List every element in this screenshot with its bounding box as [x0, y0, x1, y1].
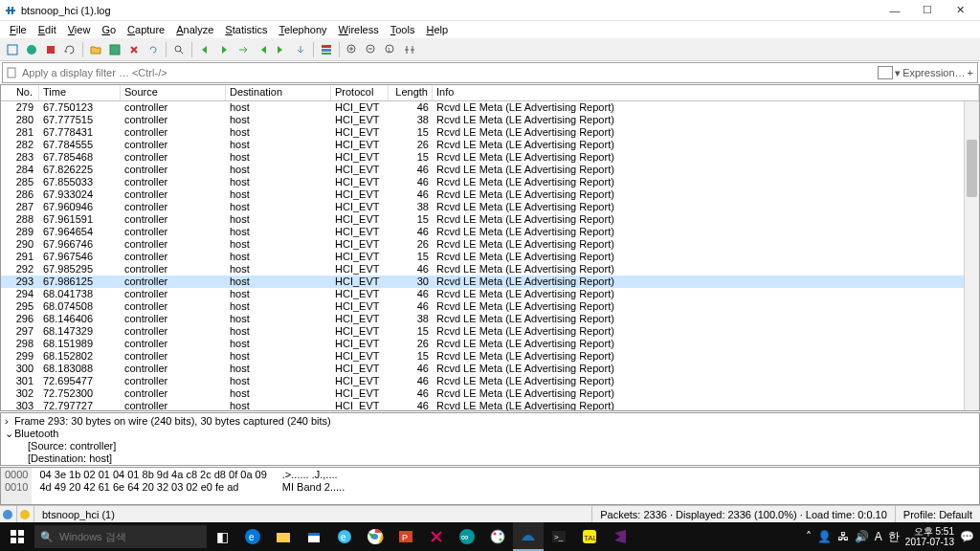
packet-row[interactable]: 29868.151989controllerhostHCI_EVT26Rcvd … [1, 338, 979, 350]
tray-clock[interactable]: 오후 5:51 2017-07-13 [905, 526, 954, 547]
tray-network-icon[interactable]: 🖧 [837, 530, 849, 543]
menu-help[interactable]: Help [420, 23, 454, 36]
packet-row[interactable]: 29167.967546controllerhostHCI_EVT15Rcvd … [1, 251, 979, 263]
toolbar-button[interactable] [23, 41, 40, 58]
filter-bookmark-icon[interactable] [3, 67, 20, 78]
tray-people-icon[interactable]: 👤 [817, 530, 832, 543]
toolbar-button[interactable] [42, 41, 59, 58]
packet-list-header[interactable]: No. Time Source Destination Protocol Len… [1, 85, 979, 101]
packet-row[interactable]: 30272.752300controllerhostHCI_EVT46Rcvd … [1, 387, 979, 400]
menu-file[interactable]: File [4, 23, 33, 36]
packet-row[interactable]: 29768.147329controllerhostHCI_EVT15Rcvd … [1, 325, 979, 338]
hex-bytes[interactable]: 04 3e 1b 02 01 04 01 8b 9d 4a c8 2c d8 0… [32, 468, 274, 504]
packet-row[interactable]: 29968.152802controllerhostHCI_EVT15Rcvd … [1, 350, 979, 363]
column-header-destination[interactable]: Destination [226, 85, 331, 100]
packet-row[interactable]: 29568.074508controllerhostHCI_EVT46Rcvd … [1, 300, 979, 313]
packet-row[interactable]: 28767.960946controllerhostHCI_EVT38Rcvd … [1, 201, 979, 213]
colorize-button[interactable] [318, 41, 335, 58]
toolbar-button[interactable] [4, 41, 21, 58]
taskbar-app-vs[interactable] [605, 522, 635, 551]
filter-apply-button[interactable] [878, 66, 893, 79]
menu-statistics[interactable]: Statistics [219, 23, 273, 36]
action-center-icon[interactable]: 💬 [960, 530, 974, 543]
taskbar-app-terminal[interactable]: >_ [544, 522, 574, 551]
filter-dropdown-icon[interactable]: ▾ [895, 67, 901, 79]
auto-scroll-button[interactable] [292, 41, 309, 58]
detail-source[interactable]: [Source: controller] [28, 440, 116, 452]
task-view-button[interactable]: ◧ [207, 522, 237, 551]
taskbar-app-paint[interactable] [482, 522, 513, 551]
packet-row[interactable]: 29267.985295controllerhostHCI_EVT46Rcvd … [1, 263, 979, 276]
taskbar-search[interactable]: 🔍 [34, 525, 207, 548]
frame-summary[interactable]: Frame 293: 30 bytes on wire (240 bits), … [14, 415, 331, 427]
scrollbar-vertical[interactable] [964, 101, 979, 410]
taskbar-app-store[interactable] [299, 522, 329, 551]
zoom-in-button[interactable] [344, 41, 361, 58]
packet-row[interactable]: 29367.986125controllerhostHCI_EVT30Rcvd … [1, 276, 979, 288]
menu-analyze[interactable]: Analyze [170, 23, 219, 36]
taskbar-app-explorer[interactable] [268, 522, 299, 551]
packet-row[interactable]: 28167.778431controllerhostHCI_EVT15Rcvd … [1, 126, 979, 139]
taskbar-app-chrome[interactable] [360, 522, 390, 551]
tray-ime-icon[interactable]: A [875, 530, 882, 543]
status-expert-icon[interactable] [17, 506, 34, 522]
zoom-reset-button[interactable]: 1 [382, 41, 399, 58]
column-header-length[interactable]: Length [389, 85, 433, 100]
scrollbar-thumb[interactable] [967, 140, 977, 197]
packet-row[interactable]: 30068.183088controllerhostHCI_EVT46Rcvd … [1, 363, 979, 375]
menu-wireless[interactable]: Wireless [333, 23, 385, 36]
column-header-info[interactable]: Info [433, 85, 979, 100]
maximize-button[interactable]: ☐ [911, 1, 944, 20]
taskbar-app-kakaotalk[interactable]: TALK [574, 522, 605, 551]
status-file[interactable]: btsnoop_hci (1) [34, 506, 592, 522]
taskbar-app-edge[interactable]: e [237, 522, 268, 551]
menu-view[interactable]: View [62, 23, 97, 36]
packet-details-pane[interactable]: ›Frame 293: 30 bytes on wire (240 bits),… [0, 412, 980, 466]
packet-row[interactable]: 28867.961591controllerhostHCI_EVT15Rcvd … [1, 213, 979, 226]
packet-row[interactable]: 28367.785468controllerhostHCI_EVT15Rcvd … [1, 151, 979, 164]
menu-tools[interactable]: Tools [385, 23, 421, 36]
taskbar-app-arduino[interactable]: ∞ [452, 522, 482, 551]
taskbar-app-snip[interactable] [421, 522, 452, 551]
status-ready-icon[interactable] [0, 506, 17, 522]
open-button[interactable] [87, 41, 104, 58]
packet-list-body[interactable]: 27967.750123controllerhostHCI_EVT46Rcvd … [1, 101, 979, 410]
close-file-button[interactable] [125, 41, 143, 58]
taskbar-app-ie[interactable]: e [329, 522, 360, 551]
packet-bytes-pane[interactable]: 00000010 04 3e 1b 02 01 04 01 8b 9d 4a c… [0, 467, 980, 505]
taskbar-search-input[interactable] [59, 531, 201, 542]
tray-volume-icon[interactable]: 🔊 [855, 530, 869, 543]
tree-expand-icon[interactable]: ⌄ [5, 428, 14, 440]
tray-chevron-icon[interactable]: ˄ [806, 530, 812, 543]
display-filter-input[interactable] [20, 64, 878, 81]
detail-destination[interactable]: [Destination: host] [28, 452, 112, 464]
menu-capture[interactable]: Capture [122, 23, 170, 36]
minimize-button[interactable]: — [879, 1, 911, 20]
expression-button[interactable]: Expression… [902, 67, 965, 78]
column-header-no[interactable]: No. [1, 85, 39, 100]
save-button[interactable] [106, 41, 123, 58]
column-header-time[interactable]: Time [39, 85, 121, 100]
packet-row[interactable]: 29668.146406controllerhostHCI_EVT38Rcvd … [1, 313, 979, 325]
go-first-button[interactable] [254, 41, 271, 58]
go-last-button[interactable] [273, 41, 290, 58]
taskbar-app-powerpoint[interactable]: P [390, 522, 421, 551]
packet-row[interactable]: 28567.855033controllerhostHCI_EVT46Rcvd … [1, 176, 979, 188]
close-button[interactable]: ✕ [944, 1, 976, 20]
packet-row[interactable]: 29468.041738controllerhostHCI_EVT46Rcvd … [1, 288, 979, 300]
bluetooth-node[interactable]: Bluetooth [14, 428, 58, 439]
zoom-out-button[interactable] [363, 41, 380, 58]
packet-row[interactable]: 28067.777515controllerhostHCI_EVT38Rcvd … [1, 114, 979, 126]
menu-telephony[interactable]: Telephony [273, 23, 332, 36]
column-header-source[interactable]: Source [121, 85, 226, 100]
packet-row[interactable]: 28967.964654controllerhostHCI_EVT46Rcvd … [1, 226, 979, 238]
reload-button[interactable] [145, 41, 162, 58]
start-button[interactable] [0, 522, 34, 551]
packet-row[interactable]: 29067.966746controllerhostHCI_EVT26Rcvd … [1, 238, 979, 251]
tree-collapse-icon[interactable]: › [5, 415, 14, 428]
packet-row[interactable]: 28267.784555controllerhostHCI_EVT26Rcvd … [1, 139, 979, 151]
packet-row[interactable]: 30372.797727controllerhostHCI_EVT46Rcvd … [1, 400, 979, 410]
packet-row[interactable]: 28467.826225controllerhostHCI_EVT46Rcvd … [1, 164, 979, 176]
go-back-button[interactable] [196, 41, 213, 58]
column-header-protocol[interactable]: Protocol [331, 85, 389, 100]
